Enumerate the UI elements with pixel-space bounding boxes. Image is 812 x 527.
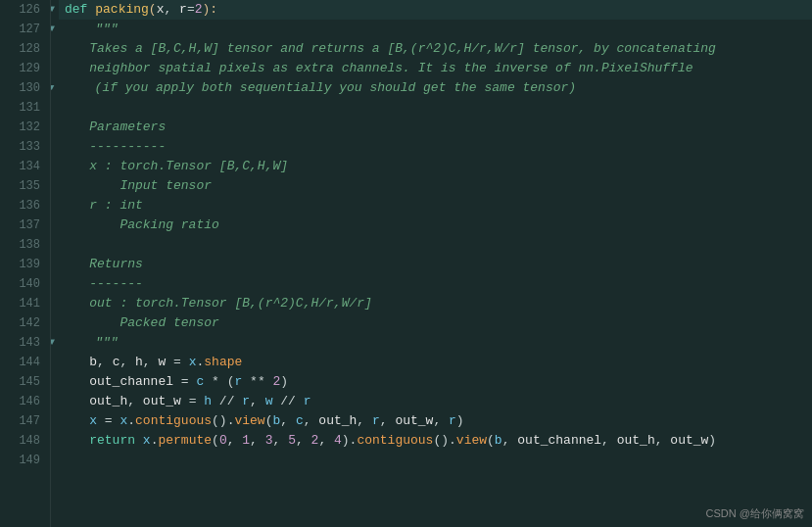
doc-param-x: x : torch.Tensor [B,C,H,W] (59, 157, 288, 176)
code-line-149 (59, 451, 812, 470)
docstring-open: """ (65, 20, 119, 39)
code-line-136: r : int (59, 196, 812, 216)
param-r: r (179, 0, 187, 20)
ln-129: 129 (0, 59, 50, 78)
doc-line-128: Takes a [B,C,H,W] tensor and returns a [… (59, 39, 716, 59)
docstring-close: """ (65, 333, 119, 353)
code-area[interactable]: ▼ def packing(x, r=2): ▼ """ Takes a [B,… (51, 0, 812, 527)
paren-close: ): (203, 0, 218, 20)
ln-130: 130 (0, 78, 50, 98)
ln-145: 145 (0, 372, 50, 392)
ln-142: 142 (0, 313, 50, 333)
doc-dashes: ---------- (59, 137, 166, 157)
doc-input-tensor: Input tensor (59, 176, 212, 196)
param-x: x (157, 0, 165, 20)
code-line-146: out_h, out_w = h // r, w // r (59, 392, 812, 411)
code-line-137: Packing ratio (59, 216, 812, 235)
ln-126: 126 (0, 0, 50, 20)
ln-128: 128 (0, 39, 50, 59)
ln-135: 135 (0, 176, 50, 196)
line-numbers: 126 127 128 129 130 131 132 133 134 135 … (0, 0, 51, 527)
default-val: 2 (195, 0, 203, 20)
ln-137: 137 (0, 216, 50, 235)
ln-127: 127 (0, 20, 50, 39)
doc-line-129: neighbor spatial pixels as extra channel… (59, 59, 693, 78)
doc-blank-138 (59, 235, 67, 255)
doc-line-130: (if you apply both sequentially you shou… (64, 78, 576, 98)
code-line-145: out_channel = c * (r ** 2) (59, 372, 812, 392)
ln-146: 146 (0, 392, 50, 411)
ln-132: 132 (0, 118, 50, 137)
code-line-144: b, c, h, w = x.shape (59, 353, 812, 372)
code-line-132: Parameters (59, 118, 812, 137)
code-line-131 (59, 98, 812, 118)
ln-133: 133 (0, 137, 50, 157)
fn-name: packing (95, 0, 149, 20)
ln-136: 136 (0, 196, 50, 216)
code-line-147: x = x.contiguous().view(b, c, out_h, r, … (59, 411, 812, 431)
ln-139: 139 (0, 255, 50, 274)
doc-packed-tensor: Packed tensor (59, 313, 219, 333)
ln-134: 134 (0, 157, 50, 176)
watermark: CSDN @给你俩窝窝 (706, 506, 804, 521)
code-line-133: ---------- (59, 137, 812, 157)
code-line-140: ------- (59, 274, 812, 294)
code-line-127: ▼ """ (59, 20, 812, 39)
ln-131: 131 (0, 98, 50, 118)
ln-149: 149 (0, 451, 50, 470)
code-line-139: Returns (59, 255, 812, 274)
ln-148: 148 (0, 431, 50, 451)
keyword-def: def (65, 0, 95, 20)
ln-147: 147 (0, 411, 50, 431)
code-line-148: return x.permute(0, 1, 3, 5, 2, 4).conti… (59, 431, 812, 451)
ln-138: 138 (0, 235, 50, 255)
ln-140: 140 (0, 274, 50, 294)
comma: , (164, 0, 179, 20)
doc-dashes2: ------- (59, 274, 143, 294)
doc-parameters: Parameters (59, 118, 166, 137)
doc-blank-131 (59, 98, 67, 118)
ln-143: 143 (0, 333, 50, 353)
code-line-126: ▼ def packing(x, r=2): (59, 0, 812, 20)
code-line-129: neighbor spatial pixels as extra channel… (59, 59, 812, 78)
ln-141: 141 (0, 294, 50, 313)
code-line-138 (59, 235, 812, 255)
doc-param-r: r : int (59, 196, 143, 216)
code-line-130: ▼ (if you apply both sequentially you sh… (59, 78, 812, 98)
doc-out: out : torch.Tensor [B,(r^2)C,H/r,W/r] (59, 294, 372, 313)
code-line-143: ▼ """ (59, 333, 812, 353)
code-line-141: out : torch.Tensor [B,(r^2)C,H/r,W/r] (59, 294, 812, 313)
eq: = (187, 0, 195, 20)
code-editor: 126 127 128 129 130 131 132 133 134 135 … (0, 0, 812, 527)
doc-packing-ratio: Packing ratio (59, 216, 219, 235)
paren-open: ( (149, 0, 157, 20)
code-144: b (59, 353, 97, 372)
code-container: 126 127 128 129 130 131 132 133 134 135 … (0, 0, 812, 527)
code-line-135: Input tensor (59, 176, 812, 196)
doc-returns: Returns (59, 255, 143, 274)
code-line-142: Packed tensor (59, 313, 812, 333)
ln-144: 144 (0, 353, 50, 372)
code-line-128: Takes a [B,C,H,W] tensor and returns a [… (59, 39, 812, 59)
code-line-134: x : torch.Tensor [B,C,H,W] (59, 157, 812, 176)
